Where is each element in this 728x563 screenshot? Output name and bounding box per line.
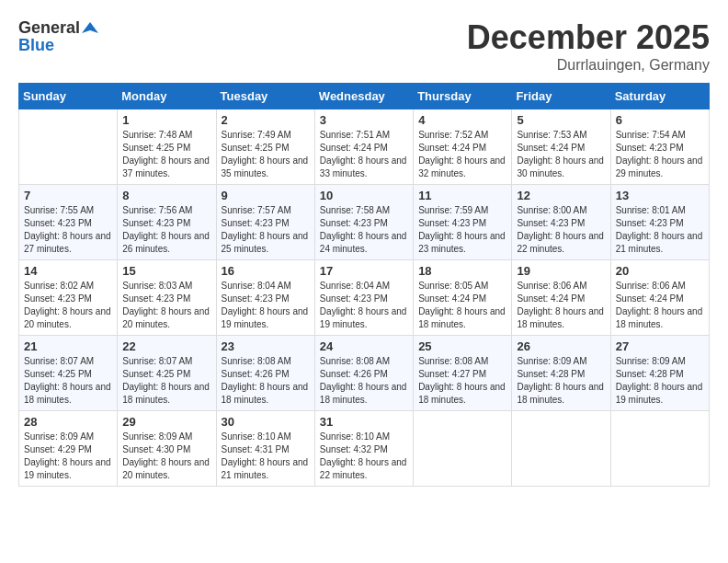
day-info: Sunrise: 7:49 AMSunset: 4:25 PMDaylight:… — [222, 129, 310, 180]
day-of-week-header: Tuesday — [216, 84, 314, 109]
day-number: 3 — [320, 113, 408, 127]
logo-general-text: General — [18, 18, 80, 38]
day-info: Sunrise: 7:48 AMSunset: 4:25 PMDaylight:… — [122, 129, 210, 180]
logo: General Blue — [18, 18, 98, 55]
calendar-day-cell — [610, 411, 709, 487]
calendar-day-cell: 8Sunrise: 7:56 AMSunset: 4:23 PMDaylight… — [118, 185, 216, 260]
day-number: 24 — [320, 339, 408, 353]
svg-marker-0 — [82, 22, 98, 33]
calendar-day-cell — [414, 411, 512, 487]
day-number: 7 — [24, 189, 112, 202]
calendar-day-cell: 22Sunrise: 8:07 AMSunset: 4:25 PMDayligh… — [118, 336, 216, 411]
logo-bird-icon — [82, 20, 98, 37]
day-number: 10 — [320, 189, 408, 202]
calendar-day-cell: 30Sunrise: 8:10 AMSunset: 4:31 PMDayligh… — [216, 411, 314, 487]
day-number: 26 — [517, 339, 605, 353]
day-number: 13 — [616, 189, 704, 202]
day-number: 16 — [222, 264, 310, 278]
day-number: 4 — [418, 113, 506, 127]
calendar-day-cell: 18Sunrise: 8:05 AMSunset: 4:24 PMDayligh… — [414, 260, 512, 336]
day-number: 1 — [122, 113, 210, 127]
location-title: Durrlauingen, Germany — [467, 57, 710, 74]
day-info: Sunrise: 8:00 AMSunset: 4:23 PMDaylight:… — [517, 204, 605, 256]
calendar-day-cell: 7Sunrise: 7:55 AMSunset: 4:23 PMDaylight… — [19, 185, 118, 260]
calendar-day-cell: 27Sunrise: 8:09 AMSunset: 4:28 PMDayligh… — [610, 336, 709, 411]
day-info: Sunrise: 8:07 AMSunset: 4:25 PMDaylight:… — [24, 355, 112, 407]
calendar-day-cell: 13Sunrise: 8:01 AMSunset: 4:23 PMDayligh… — [610, 185, 709, 260]
day-of-week-header: Sunday — [19, 84, 118, 109]
day-info: Sunrise: 7:59 AMSunset: 4:23 PMDaylight:… — [418, 204, 506, 256]
calendar-day-cell: 12Sunrise: 8:00 AMSunset: 4:23 PMDayligh… — [512, 185, 610, 260]
day-number: 27 — [616, 339, 704, 353]
calendar-week-row: 1Sunrise: 7:48 AMSunset: 4:25 PMDaylight… — [19, 109, 710, 185]
day-of-week-header: Wednesday — [314, 84, 413, 109]
day-info: Sunrise: 8:04 AMSunset: 4:23 PMDaylight:… — [222, 280, 310, 331]
day-info: Sunrise: 8:06 AMSunset: 4:24 PMDaylight:… — [616, 280, 704, 331]
day-info: Sunrise: 8:10 AMSunset: 4:32 PMDaylight:… — [320, 431, 408, 482]
day-number: 22 — [122, 339, 210, 353]
calendar-day-cell: 26Sunrise: 8:09 AMSunset: 4:28 PMDayligh… — [512, 336, 610, 411]
day-number: 25 — [418, 339, 506, 353]
calendar-day-cell: 11Sunrise: 7:59 AMSunset: 4:23 PMDayligh… — [414, 185, 512, 260]
day-number: 9 — [222, 189, 310, 202]
day-info: Sunrise: 8:03 AMSunset: 4:23 PMDaylight:… — [122, 280, 210, 331]
day-info: Sunrise: 7:54 AMSunset: 4:23 PMDaylight:… — [616, 129, 704, 180]
calendar-day-cell: 20Sunrise: 8:06 AMSunset: 4:24 PMDayligh… — [610, 260, 709, 336]
day-number: 29 — [122, 415, 210, 429]
calendar-day-cell: 15Sunrise: 8:03 AMSunset: 4:23 PMDayligh… — [118, 260, 216, 336]
calendar-day-cell: 29Sunrise: 8:09 AMSunset: 4:30 PMDayligh… — [118, 411, 216, 487]
day-number: 31 — [320, 415, 408, 429]
calendar-day-cell: 4Sunrise: 7:52 AMSunset: 4:24 PMDaylight… — [414, 109, 512, 185]
month-title: December 2025 — [467, 18, 710, 57]
day-number: 20 — [616, 264, 704, 278]
day-info: Sunrise: 8:02 AMSunset: 4:23 PMDaylight:… — [24, 280, 112, 331]
day-number: 17 — [320, 264, 408, 278]
day-number: 12 — [517, 189, 605, 202]
day-number: 8 — [122, 189, 210, 202]
calendar-week-row: 28Sunrise: 8:09 AMSunset: 4:29 PMDayligh… — [19, 411, 710, 487]
calendar-day-cell: 5Sunrise: 7:53 AMSunset: 4:24 PMDaylight… — [512, 109, 610, 185]
title-section: December 2025 Durrlauingen, Germany — [467, 18, 710, 74]
day-info: Sunrise: 7:56 AMSunset: 4:23 PMDaylight:… — [122, 204, 210, 256]
calendar-day-cell: 31Sunrise: 8:10 AMSunset: 4:32 PMDayligh… — [314, 411, 413, 487]
day-number: 15 — [122, 264, 210, 278]
calendar-day-cell: 6Sunrise: 7:54 AMSunset: 4:23 PMDaylight… — [610, 109, 709, 185]
calendar-day-cell: 2Sunrise: 7:49 AMSunset: 4:25 PMDaylight… — [216, 109, 314, 185]
day-number: 23 — [222, 339, 310, 353]
day-info: Sunrise: 7:51 AMSunset: 4:24 PMDaylight:… — [320, 129, 408, 180]
calendar-day-cell — [512, 411, 610, 487]
day-info: Sunrise: 8:09 AMSunset: 4:30 PMDaylight:… — [122, 431, 210, 482]
day-info: Sunrise: 7:53 AMSunset: 4:24 PMDaylight:… — [517, 129, 605, 180]
calendar-day-cell: 3Sunrise: 7:51 AMSunset: 4:24 PMDaylight… — [314, 109, 413, 185]
day-info: Sunrise: 8:08 AMSunset: 4:27 PMDaylight:… — [418, 355, 506, 407]
calendar-day-cell: 9Sunrise: 7:57 AMSunset: 4:23 PMDaylight… — [216, 185, 314, 260]
day-info: Sunrise: 7:57 AMSunset: 4:23 PMDaylight:… — [222, 204, 310, 256]
calendar-week-row: 14Sunrise: 8:02 AMSunset: 4:23 PMDayligh… — [19, 260, 710, 336]
day-number: 11 — [418, 189, 506, 202]
day-of-week-header: Saturday — [610, 84, 709, 109]
day-info: Sunrise: 8:01 AMSunset: 4:23 PMDaylight:… — [616, 204, 704, 256]
day-number: 21 — [24, 339, 112, 353]
day-info: Sunrise: 8:04 AMSunset: 4:23 PMDaylight:… — [320, 280, 408, 331]
day-info: Sunrise: 8:06 AMSunset: 4:24 PMDaylight:… — [517, 280, 605, 331]
day-info: Sunrise: 8:10 AMSunset: 4:31 PMDaylight:… — [222, 431, 310, 482]
calendar-header-row: SundayMondayTuesdayWednesdayThursdayFrid… — [19, 84, 710, 109]
calendar-week-row: 21Sunrise: 8:07 AMSunset: 4:25 PMDayligh… — [19, 336, 710, 411]
calendar-day-cell: 10Sunrise: 7:58 AMSunset: 4:23 PMDayligh… — [314, 185, 413, 260]
calendar-day-cell: 28Sunrise: 8:09 AMSunset: 4:29 PMDayligh… — [19, 411, 118, 487]
day-info: Sunrise: 8:08 AMSunset: 4:26 PMDaylight:… — [222, 355, 310, 407]
day-info: Sunrise: 7:52 AMSunset: 4:24 PMDaylight:… — [418, 129, 506, 180]
calendar-day-cell: 16Sunrise: 8:04 AMSunset: 4:23 PMDayligh… — [216, 260, 314, 336]
calendar-day-cell: 23Sunrise: 8:08 AMSunset: 4:26 PMDayligh… — [216, 336, 314, 411]
day-number: 14 — [24, 264, 112, 278]
day-info: Sunrise: 8:09 AMSunset: 4:29 PMDaylight:… — [24, 431, 112, 482]
calendar-day-cell: 19Sunrise: 8:06 AMSunset: 4:24 PMDayligh… — [512, 260, 610, 336]
calendar-day-cell — [19, 109, 118, 185]
day-info: Sunrise: 8:08 AMSunset: 4:26 PMDaylight:… — [320, 355, 408, 407]
calendar-day-cell: 24Sunrise: 8:08 AMSunset: 4:26 PMDayligh… — [314, 336, 413, 411]
calendar-table: SundayMondayTuesdayWednesdayThursdayFrid… — [18, 83, 710, 487]
calendar-day-cell: 17Sunrise: 8:04 AMSunset: 4:23 PMDayligh… — [314, 260, 413, 336]
calendar-day-cell: 1Sunrise: 7:48 AMSunset: 4:25 PMDaylight… — [118, 109, 216, 185]
calendar-day-cell: 14Sunrise: 8:02 AMSunset: 4:23 PMDayligh… — [19, 260, 118, 336]
day-info: Sunrise: 8:05 AMSunset: 4:24 PMDaylight:… — [418, 280, 506, 331]
